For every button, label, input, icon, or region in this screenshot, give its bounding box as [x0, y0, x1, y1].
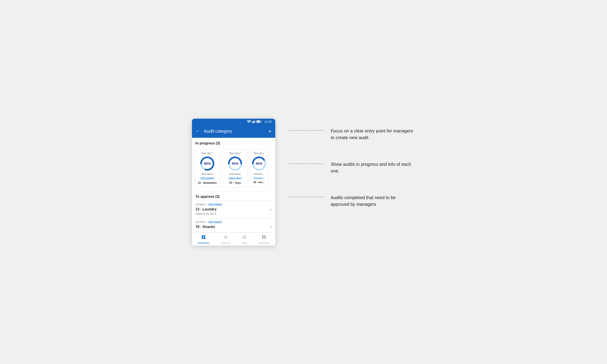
- battery-icon: [256, 120, 261, 123]
- status-bar: 12:30: [192, 119, 275, 125]
- approve-item-0[interactable]: 16 items Club initiated 13 - Laundry › A…: [192, 201, 275, 218]
- audit-card-0[interactable]: Due Jan 7 80% 8/10 items Club initiated …: [195, 149, 220, 187]
- svg-rect-6: [261, 121, 261, 122]
- svg-rect-1: [252, 122, 253, 123]
- percent-2: 40%: [256, 162, 262, 165]
- annotation-2: Audits completed that need to be approve…: [289, 194, 415, 208]
- approve-item-1[interactable]: 16 items Club initiated 78 - Snacks ›: [192, 218, 275, 232]
- bottom-nav: Dashboard Work list: [192, 232, 275, 246]
- annotations-panel: Focus on a clear entry point for manager…: [289, 119, 415, 208]
- due-date-2: Due Ja...: [254, 152, 264, 155]
- annotation-text-1: Show audits in progress and info of each…: [331, 161, 415, 174]
- due-date-1: Due Jan 7: [230, 152, 241, 155]
- chevron-1[interactable]: ›: [271, 225, 272, 229]
- svg-rect-4: [255, 120, 255, 123]
- dashed-line-2: [289, 197, 324, 197]
- name-1: 07 - Toys: [229, 181, 241, 184]
- due-date-0: Due Jan 7: [202, 152, 213, 155]
- svg-rect-2: [253, 121, 254, 123]
- nav-dashboard-label: Dashboard: [197, 242, 209, 244]
- tag-1: Home office: [228, 177, 242, 180]
- approve-items-1: 16 items: [195, 221, 206, 223]
- nav-approvals[interactable]: Approvals: [259, 235, 270, 244]
- in-progress-header: In progress (3): [192, 138, 275, 147]
- items-0: 8/10 items: [202, 173, 213, 175]
- svg-rect-7: [257, 121, 260, 122]
- nav-dashboard[interactable]: Dashboard: [197, 235, 209, 244]
- circle-1: 50%: [227, 156, 243, 171]
- nav-tools-label: Tools: [242, 242, 247, 244]
- svg-rect-3: [254, 121, 254, 123]
- nav-tools[interactable]: Tools: [242, 235, 247, 244]
- approve-by-date-0: Approve by Jan 8: [195, 212, 272, 215]
- items-2: 4/10 ite...: [254, 173, 264, 175]
- chevron-0[interactable]: ›: [271, 207, 272, 212]
- approve-tag-0: Club initiated: [207, 203, 223, 206]
- content-area: In progress (3) Due Jan 7 80% 8/10 items: [192, 138, 275, 232]
- approve-name-row-0: 13 - Laundry ›: [195, 207, 272, 212]
- outer-container: 12:30 ← Audit category + In progress (3)…: [0, 0, 607, 364]
- audit-card-1[interactable]: Due Jan 7 50% 5/10 items Home office 07 …: [222, 149, 248, 187]
- name-2: 98 - Jani...: [254, 181, 264, 183]
- nav-worklist[interactable]: Work list: [221, 235, 230, 244]
- approve-name-1: 78 - Snacks: [195, 225, 215, 229]
- main-layout: 12:30 ← Audit category + In progress (3)…: [174, 101, 433, 263]
- approve-name-0: 13 - Laundry: [195, 207, 217, 211]
- worklist-icon: [223, 235, 228, 241]
- percent-1: 50%: [232, 162, 238, 165]
- tools-icon: [242, 235, 247, 241]
- dashboard-icon: [201, 235, 206, 241]
- nav-worklist-label: Work list: [221, 242, 230, 244]
- app-bar: ← Audit category +: [192, 125, 275, 138]
- annotation-0: Focus on a clear entry point for manager…: [289, 128, 415, 141]
- approvals-icon: [261, 235, 266, 241]
- annotation-text-2: Audits completed that need to be approve…: [331, 194, 415, 208]
- cards-scroll: Due Jan 7 80% 8/10 items Club initiated …: [192, 147, 275, 191]
- name-0: 21 - Domestics: [198, 181, 217, 184]
- add-button[interactable]: +: [268, 128, 271, 135]
- svg-point-0: [249, 123, 249, 123]
- to-approve-header: To approve (3): [192, 191, 275, 200]
- circle-2: 40%: [251, 156, 267, 171]
- wifi-icon: [247, 120, 251, 123]
- dashed-line-0: [289, 130, 324, 131]
- approve-items-0: 16 items: [195, 203, 206, 206]
- signal-icon: [252, 120, 256, 123]
- approve-meta-1: 16 items Club initiated: [195, 221, 272, 224]
- annotation-text-0: Focus on a clear entry point for manager…: [331, 128, 415, 141]
- audit-card-2[interactable]: Due Ja... 40% 4/10 ite... Club initi... …: [250, 149, 268, 187]
- approve-name-row-1: 78 - Snacks ›: [195, 225, 272, 229]
- app-bar-title: Audit category: [204, 129, 265, 134]
- approve-tag-1: Club initiated: [207, 221, 223, 224]
- phone-mockup: 12:30 ← Audit category + In progress (3)…: [192, 119, 275, 246]
- percent-0: 80%: [204, 162, 211, 165]
- tag-0: Club initiated: [200, 177, 215, 180]
- dashed-line-1: [289, 164, 324, 164]
- back-button[interactable]: ←: [195, 128, 200, 134]
- nav-approvals-label: Approvals: [259, 242, 270, 244]
- items-1: 5/10 items: [230, 173, 241, 175]
- status-icons: [247, 120, 261, 123]
- tag-2: Club initi...: [253, 177, 265, 180]
- annotation-1: Show audits in progress and info of each…: [289, 161, 415, 174]
- status-time: 12:30: [264, 120, 272, 123]
- circle-0: 80%: [200, 156, 215, 171]
- approve-meta-0: 16 items Club initiated: [195, 203, 272, 206]
